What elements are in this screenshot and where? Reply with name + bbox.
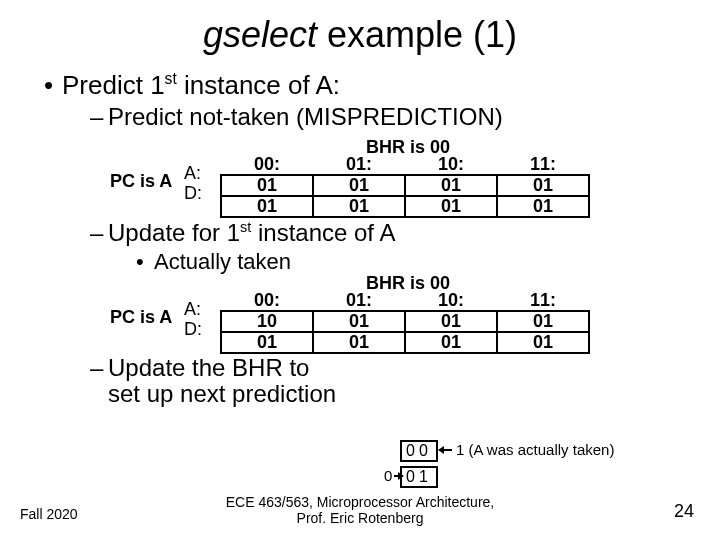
pht-table-1: PC is A A: D: BHR is 00 00: 01: 10: 11: …: [110, 137, 720, 215]
slide-number: 24: [674, 501, 694, 522]
dash-icon: –: [90, 355, 108, 381]
table-row: 10 01 01 01: [221, 311, 589, 332]
subsubbullet-actual: •Actually taken: [136, 249, 720, 275]
pc-label: PC is A: [110, 307, 172, 328]
arrow-right-icon: [394, 470, 404, 471]
pht-grid: 00: 01: 10: 11: 10 01 01 01 01 01 01 01: [220, 291, 590, 354]
bhr-update-diagram: 00 1 (A was actually taken) 0 01: [400, 440, 438, 488]
pc-label: PC is A: [110, 171, 172, 192]
row-labels: A: D:: [184, 299, 202, 339]
pht-grid: 00: 01: 10: 11: 01 01 01 01 01 01 01 01: [220, 155, 590, 218]
col-headers: 00: 01: 10: 11:: [221, 155, 589, 175]
bhr-note: 1 (A was actually taken): [456, 441, 614, 458]
shift-out-bit: 0: [384, 467, 392, 484]
dash-icon: –: [90, 103, 108, 131]
row-labels: A: D:: [184, 163, 202, 203]
bhr-new-box: 01: [400, 466, 438, 488]
title-rest: example (1): [317, 14, 517, 55]
bullet-dot-icon: •: [136, 249, 154, 275]
arrow-left-icon: [442, 444, 456, 445]
title-italic: gselect: [203, 14, 317, 55]
bhr-new-row: 0 01: [400, 466, 438, 488]
col-headers: 00: 01: 10: 11:: [221, 291, 589, 311]
table-row: 01 01 01 01: [221, 175, 589, 196]
subbullet-predict: –Predict not-taken (MISPREDICTION): [90, 103, 720, 131]
table-row: 01 01 01 01: [221, 332, 589, 353]
subbullet-update: –Update for 1st instance of A: [90, 219, 720, 247]
table-row: 01 01 01 01: [221, 196, 589, 217]
bhr-old-row: 00 1 (A was actually taken): [400, 440, 438, 462]
footer-center: ECE 463/563, Microprocessor Architecture…: [0, 494, 720, 526]
pht-table-2: PC is A A: D: BHR is 00 00: 01: 10: 11: …: [110, 273, 720, 351]
slide-title: gselect example (1): [0, 14, 720, 56]
subbullet-update-bhr: –Update the BHR to set up next predictio…: [90, 355, 720, 407]
dash-icon: –: [90, 219, 108, 247]
bhr-old-box: 00: [400, 440, 438, 462]
bullet-1: •Predict 1st instance of A:: [44, 70, 720, 101]
bullet-dot-icon: •: [44, 70, 62, 101]
